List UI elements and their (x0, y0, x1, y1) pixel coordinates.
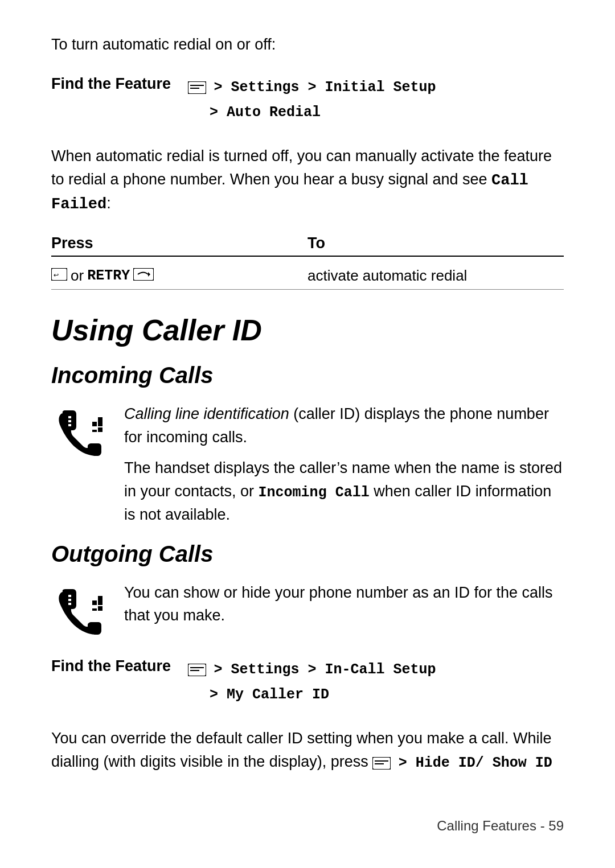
menu-icon-1 (188, 75, 206, 99)
svg-rect-17 (98, 606, 102, 611)
svg-rect-12 (68, 420, 71, 422)
svg-rect-11 (68, 416, 71, 418)
page-footer: Calling Features - 59 (437, 818, 564, 834)
incoming-call-label: Incoming Call (259, 484, 370, 501)
find-feature-path-text-2: > Settings > In-Call Setup (214, 661, 436, 678)
press-to-header: Press To (51, 235, 564, 257)
press-col-header: Press (51, 235, 308, 252)
bottom-description: You can override the default caller ID s… (51, 727, 564, 774)
svg-rect-19 (68, 599, 71, 601)
svg-rect-18 (68, 595, 71, 597)
section-main-title: Using Caller ID (51, 312, 564, 348)
svg-rect-16 (92, 608, 97, 611)
outgoing-para-1: You can show or hide your phone number a… (124, 581, 564, 627)
svg-rect-10 (98, 427, 102, 432)
incoming-text-block: Calling line identification (caller ID) … (124, 402, 564, 526)
find-feature-path-1: > Settings > Initial Setup > Auto Redial (188, 74, 436, 124)
outgoing-text-block: You can show or hide your phone number a… (124, 581, 564, 627)
menu-icon-2 (188, 657, 206, 681)
svg-rect-13 (68, 424, 71, 426)
section-outgoing-title: Outgoing Calls (51, 540, 564, 567)
to-col-header: To (308, 235, 564, 252)
intro-text: To turn automatic redial on or off: (51, 34, 564, 56)
phone-icon-incoming (51, 402, 108, 462)
to-cell: activate automatic redial (308, 267, 564, 285)
svg-rect-5 (133, 268, 154, 281)
calling-line-id-text: Calling line identification (124, 405, 289, 422)
retry-label: RETRY (87, 268, 130, 284)
table-row: ↩ or RETRY activate automatic redial (51, 262, 564, 290)
svg-marker-6 (148, 272, 150, 277)
retry-icon (133, 267, 154, 285)
find-feature-path-text-2b: > My Caller ID (210, 686, 329, 703)
section-incoming-title: Incoming Calls (51, 361, 564, 389)
incoming-para-2: The handset displays the caller’s name w… (124, 456, 564, 526)
svg-rect-8 (98, 417, 102, 426)
find-feature-path-text-1: > Settings > Initial Setup (214, 79, 436, 96)
find-feature-path-2: > Settings > In-Call Setup > My Caller I… (188, 656, 436, 706)
incoming-calls-content: Calling line identification (caller ID) … (51, 402, 564, 526)
find-feature-label-1: Find the Feature (51, 74, 188, 93)
press-to-table: Press To ↩ or RETRY (51, 235, 564, 290)
redial-icon: ↩ (51, 267, 67, 285)
svg-text:↩: ↩ (54, 271, 59, 278)
svg-rect-14 (92, 600, 97, 605)
svg-rect-7 (92, 422, 97, 426)
press-cell: ↩ or RETRY (51, 267, 308, 285)
find-feature-path-text-1b: > Auto Redial (210, 104, 321, 121)
find-feature-block-2: Find the Feature > Settings > In-Call Se… (51, 656, 564, 706)
outgoing-calls-content: You can show or hide your phone number a… (51, 581, 564, 640)
find-feature-label-2: Find the Feature (51, 656, 188, 675)
svg-rect-20 (68, 603, 71, 605)
incoming-para-1: Calling line identification (caller ID) … (124, 402, 564, 449)
press-label: or (71, 267, 84, 285)
svg-rect-15 (98, 596, 102, 605)
description-1: When automatic redial is turned off, you… (51, 145, 564, 216)
find-feature-block-1: Find the Feature > Settings > Initial Se… (51, 74, 564, 124)
hide-show-label: > Hide ID/ Show ID (399, 755, 552, 771)
menu-icon-bottom (372, 751, 391, 774)
svg-rect-9 (92, 430, 97, 432)
phone-icon-outgoing (51, 581, 108, 640)
